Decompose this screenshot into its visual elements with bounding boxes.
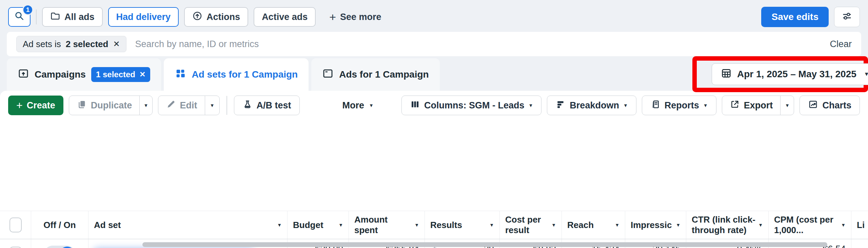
export-button[interactable]: Export: [722, 96, 781, 115]
sort-caret-icon: ▼: [489, 223, 494, 227]
reports-label: Reports: [665, 100, 699, 111]
active-ads-label: Active ads: [262, 12, 308, 22]
columns-label: Columns: SGM - Leads: [424, 100, 525, 111]
row-checkbox[interactable]: [9, 247, 22, 248]
sort-caret-icon: ▼: [338, 223, 343, 227]
flask-icon: [242, 99, 253, 112]
header-budget[interactable]: Budget▼: [288, 211, 349, 239]
columns-button[interactable]: Columns: SGM - Leads ▼: [401, 96, 541, 115]
header-reach[interactable]: Reach▼: [562, 211, 625, 239]
chip-count: 2 selected: [66, 39, 108, 49]
plus-icon: +: [329, 11, 336, 23]
row-toggle-cell: [31, 239, 88, 248]
content-panel: + Create Duplicate ▼ Edit: [0, 91, 868, 248]
duplicate-icon: [77, 99, 87, 112]
ab-test-button[interactable]: A/B test: [234, 96, 300, 115]
had-delivery-label: Had delivery: [116, 12, 171, 22]
header-results[interactable]: Results▼: [425, 211, 500, 239]
close-icon[interactable]: ✕: [139, 70, 145, 79]
folder-icon: [50, 11, 60, 23]
ad-set-toggle-on[interactable]: [44, 246, 75, 248]
close-icon[interactable]: ✕: [113, 39, 120, 49]
export-split-button: Export ▼: [722, 96, 794, 115]
campaigns-selected-count: 1 selected: [96, 70, 135, 79]
see-more-button[interactable]: + See more: [321, 7, 389, 27]
table-header-row: Off / On Ad set▼ Budget▼ Amount spent▼ R…: [0, 211, 868, 239]
duplicate-label: Duplicate: [91, 100, 132, 111]
chevron-down-icon: ▼: [785, 103, 790, 108]
all-ads-label: All ads: [64, 12, 95, 22]
sort-caret-icon: ▼: [615, 223, 619, 227]
header-cpm[interactable]: CPM (cost per 1,000...▼: [769, 211, 851, 239]
header-impressions[interactable]: Impressic▼: [625, 211, 686, 239]
chevron-down-icon: ▼: [369, 103, 374, 108]
all-ads-button[interactable]: All ads: [42, 7, 103, 27]
tab-ad-sets[interactable]: Ad sets for 1 Campaign: [164, 58, 309, 91]
filter-count-badge: 1: [22, 4, 33, 15]
top-toolbar: 1 All ads Had delivery Actions Active ad…: [0, 0, 868, 31]
chevron-down-icon: ▼: [623, 103, 628, 108]
duplicate-dropdown[interactable]: ▼: [140, 96, 152, 115]
plus-icon: +: [16, 100, 23, 111]
header-cost-per-result[interactable]: Cost per result▼: [500, 211, 562, 239]
duplicate-button[interactable]: Duplicate: [69, 96, 140, 115]
breakdown-button[interactable]: Breakdown ▼: [547, 96, 636, 115]
campaigns-selected-badge[interactable]: 1 selected ✕: [91, 67, 151, 82]
export-label: Export: [744, 100, 773, 111]
sort-caret-icon: ▼: [841, 223, 846, 227]
search-input[interactable]: Search by name, ID or metrics: [135, 39, 821, 49]
campaigns-icon: [18, 68, 29, 82]
ads-manager-screen: 1 All ads Had delivery Actions Active ad…: [0, 0, 868, 248]
date-range-button[interactable]: Apr 1, 2025 – May 31, 2025 ▼: [712, 63, 868, 85]
tab-campaigns[interactable]: Campaigns 1 selected ✕: [7, 58, 161, 91]
header-on-off: Off / On: [31, 211, 88, 239]
edit-dropdown[interactable]: ▼: [205, 96, 219, 115]
tab-ad-sets-label: Ad sets for 1 Campaign: [192, 69, 298, 80]
header-ad-set[interactable]: Ad set▼: [88, 211, 288, 239]
chevron-down-icon: ▼: [210, 103, 215, 108]
toolbar-divider: [36, 9, 37, 24]
actions-divider: [226, 96, 227, 115]
clear-filters-button[interactable]: Clear: [830, 39, 852, 49]
toggle-knob: [60, 247, 75, 248]
display-settings-button[interactable]: [834, 7, 860, 27]
see-more-label: See more: [340, 12, 381, 22]
pencil-icon: [166, 99, 176, 112]
export-dropdown[interactable]: ▼: [781, 96, 794, 115]
table-actions-row: + Create Duplicate ▼ Edit: [0, 91, 868, 120]
reports-icon: [650, 99, 660, 112]
header-amount-spent[interactable]: Amount spent▼: [349, 211, 425, 239]
link-clicks-cell: [851, 239, 868, 248]
ab-test-label: A/B test: [257, 100, 291, 111]
create-button[interactable]: + Create: [8, 96, 63, 115]
save-edits-button[interactable]: Save edits: [761, 7, 829, 27]
ads-icon: [322, 68, 334, 82]
tab-ads[interactable]: Ads for 1 Campaign: [311, 58, 439, 91]
horizontal-scrollbar[interactable]: [142, 242, 827, 247]
reports-button[interactable]: Reports ▼: [642, 96, 716, 115]
had-delivery-button[interactable]: Had delivery: [108, 7, 179, 27]
sort-caret-icon: ▼: [277, 223, 282, 227]
charts-icon: [808, 99, 818, 112]
actions-label: Actions: [206, 12, 240, 22]
header-link-clicks[interactable]: Li: [851, 211, 868, 239]
select-all-checkbox[interactable]: [9, 218, 22, 232]
active-ads-button[interactable]: Active ads: [254, 7, 316, 27]
more-button[interactable]: More ▼: [338, 100, 378, 111]
adsets-filter-chip[interactable]: Ad sets is 2 selected ✕: [16, 36, 126, 52]
tab-campaigns-label: Campaigns: [35, 69, 86, 80]
header-ctr[interactable]: CTR (link click-through rate)▼: [686, 211, 769, 239]
chevron-down-icon: ▼: [143, 103, 148, 108]
sort-caret-icon: ▼: [551, 223, 556, 227]
filter-bar: Ad sets is 2 selected ✕ Search by name, …: [7, 32, 861, 56]
sort-caret-icon: ▼: [676, 223, 680, 227]
actions-button[interactable]: Actions: [184, 7, 248, 27]
search-filter-button[interactable]: 1: [8, 7, 31, 27]
charts-button[interactable]: Charts: [800, 96, 860, 115]
edit-split-button: Edit ▼: [158, 96, 220, 115]
edit-button[interactable]: Edit: [158, 96, 205, 115]
header-checkbox-cell: [0, 211, 31, 239]
breakdown-label: Breakdown: [570, 100, 619, 111]
chip-prefix: Ad sets is: [23, 39, 61, 49]
actions-icon: [192, 11, 202, 23]
